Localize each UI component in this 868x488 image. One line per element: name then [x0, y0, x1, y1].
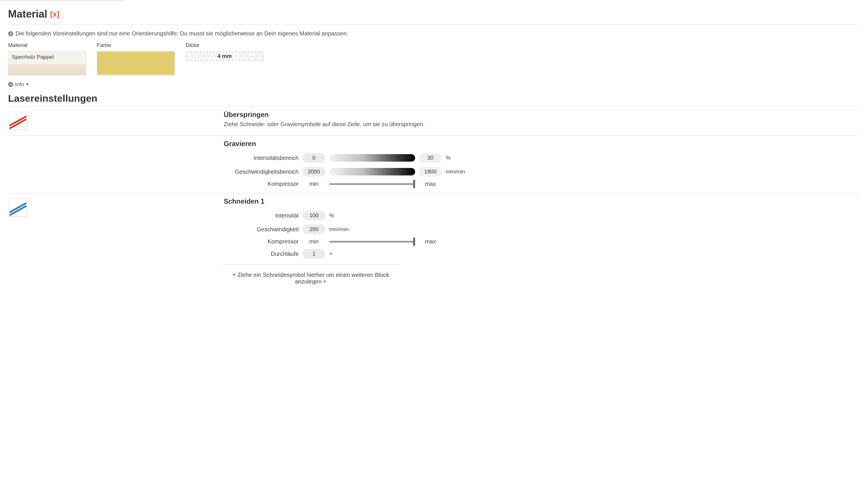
top-accent-bar — [0, 0, 124, 3]
hint-text: Die folgenden Voreinstellungen sind nur … — [16, 30, 348, 37]
cut1-speed-label: Geschwindigkeit — [224, 226, 299, 233]
info-icon: i — [8, 82, 13, 87]
material-swatch[interactable]: Sperrholz Pappel — [8, 51, 86, 75]
engrave-speed-label: Geschwindigkeitsbereich — [224, 168, 299, 175]
thickness-swatch[interactable]: 4 mm — [186, 51, 264, 61]
cut1-compressor-max: max — [417, 238, 443, 245]
add-cut-hint: + Ziehe ein Schneidesymbol hierher um ei… — [232, 272, 389, 285]
slider-thumb[interactable] — [413, 180, 415, 188]
cut1-passes-unit: × — [329, 251, 364, 257]
material-panel: Material [x] i Die folgenden Voreinstell… — [0, 3, 868, 300]
slider-thumb[interactable] — [413, 237, 415, 246]
info-toggle[interactable]: i Info — [8, 81, 29, 88]
material-title: Material — [8, 8, 47, 20]
divider — [8, 24, 860, 25]
cut1-intensity-unit: % — [329, 212, 364, 219]
laser-section-title: Lasereinstellungen — [8, 93, 860, 104]
engrave-intensity-label: Intensitätsbereich — [224, 155, 299, 161]
skip-drop-icon[interactable] — [8, 112, 27, 130]
laser-row-cut-1: Schneiden 1 Intensität 100 % Geschwindig… — [8, 193, 860, 264]
engrave-compressor-label: Kompressor — [224, 181, 299, 187]
cut1-heading: Schneiden 1 — [224, 197, 860, 205]
add-cut-dropzone[interactable]: + Ziehe ein Schneidesymbol hierher um ei… — [221, 264, 400, 292]
clear-material-button[interactable]: [x] — [50, 10, 59, 19]
skip-desc: Ziehe Schneide- oder Graviersymbole auf … — [224, 121, 860, 128]
engrave-heading: Gravieren — [224, 140, 860, 148]
engrave-speed-unit: mm/min — [446, 168, 472, 175]
skip-heading: Überspringen — [224, 110, 860, 119]
thickness-value: 4 mm — [217, 53, 232, 59]
cut1-intensity-value[interactable]: 100 — [302, 210, 326, 220]
cut1-passes-value[interactable]: 1 — [302, 249, 326, 259]
cut1-intensity-label: Intensität — [224, 212, 299, 219]
cut-icon[interactable] — [8, 198, 27, 216]
cut1-speed-unit: mm/min — [329, 226, 364, 232]
material-selectors: Material Sperrholz Pappel Farbe Dicke 4 … — [8, 42, 860, 75]
cut1-compressor-slider[interactable] — [329, 241, 415, 242]
engrave-intensity-to[interactable]: 30 — [419, 153, 442, 163]
material-label: Material — [8, 42, 86, 48]
engrave-intensity-unit: % — [446, 155, 472, 161]
laser-row-engrave: Gravieren Intensitätsbereich 0 30 % Gesc… — [8, 135, 860, 193]
info-toggle-label: Info — [15, 81, 24, 88]
cut1-compressor-label: Kompressor — [224, 238, 299, 245]
cut1-speed-value[interactable]: 250 — [302, 224, 326, 234]
engrave-compressor-max: max — [417, 181, 443, 187]
thickness-label: Dicke — [186, 42, 264, 48]
color-swatch[interactable] — [97, 51, 175, 75]
color-label: Farbe — [97, 42, 175, 48]
engrave-compressor-slider[interactable] — [329, 183, 415, 185]
laser-row-skip: Überspringen Ziehe Schneide- oder Gravie… — [8, 106, 860, 135]
cut1-compressor-min: min — [301, 238, 327, 245]
info-icon: i — [8, 31, 13, 36]
material-title-row: Material [x] — [8, 3, 860, 23]
engrave-intensity-gradient[interactable] — [329, 154, 415, 162]
material-name: Sperrholz Pappel — [12, 54, 54, 60]
engrave-compressor-min: min — [301, 181, 327, 187]
chevron-down-icon — [26, 84, 29, 85]
engrave-speed-gradient[interactable] — [329, 168, 415, 175]
engrave-speed-from[interactable]: 2000 — [302, 167, 326, 176]
cut1-passes-label: Durchläufe — [224, 251, 299, 257]
engrave-speed-to[interactable]: 1800 — [419, 167, 442, 176]
hint-row: i Die folgenden Voreinstellungen sind nu… — [8, 29, 860, 42]
engrave-intensity-from[interactable]: 0 — [302, 153, 326, 163]
